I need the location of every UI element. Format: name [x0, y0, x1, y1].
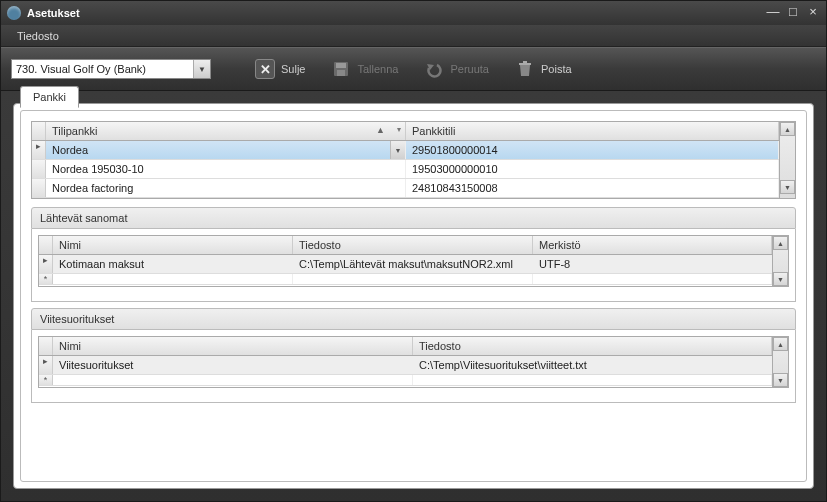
sort-asc-icon: ▲ — [376, 125, 385, 135]
current-row-icon: ▸ — [39, 255, 53, 273]
scroll-down-icon[interactable]: ▼ — [773, 373, 788, 387]
vertical-scrollbar[interactable]: ▲ ▼ — [772, 236, 788, 286]
col-file[interactable]: Tiedosto — [293, 236, 533, 254]
section-outgoing: Lähtevät sanomat — [31, 207, 796, 229]
col-file[interactable]: Tiedosto — [413, 337, 772, 355]
banks-grid: Tilipankki ▲ ▾ Pankkitili ▸ Nordea — [31, 121, 796, 199]
window-title: Asetukset — [27, 7, 766, 19]
scroll-down-icon[interactable]: ▼ — [780, 180, 795, 194]
toolbar: 730. Visual Golf Oy (Bank) ▼ ✕ Sulje Tal… — [1, 47, 826, 91]
cell-charset[interactable]: UTF-8 — [533, 255, 772, 273]
maximize-button[interactable]: □ — [786, 7, 800, 19]
svg-rect-4 — [523, 61, 527, 63]
section-references: Viitesuoritukset — [31, 308, 796, 330]
titlebar: Asetukset — □ × — [1, 1, 826, 25]
save-icon — [331, 59, 351, 79]
app-icon — [7, 6, 21, 20]
cell-account[interactable]: 24810843150008 — [406, 179, 779, 197]
current-row-icon: ▸ — [39, 356, 53, 374]
save-button[interactable]: Tallenna — [325, 55, 404, 83]
cell-name[interactable]: Kotimaan maksut — [53, 255, 293, 273]
section-references-body: Nimi Tiedosto ▸ Viitesuoritukset C:\Temp… — [31, 330, 796, 403]
cell-name[interactable]: Viitesuoritukset — [53, 356, 413, 374]
col-name[interactable]: Nimi — [53, 337, 413, 355]
close-window-button[interactable]: × — [806, 7, 820, 19]
table-row[interactable]: ▸ Kotimaan maksut C:\Temp\Lähtevät maksu… — [39, 255, 772, 274]
col-bank[interactable]: Tilipankki ▲ ▾ — [46, 122, 406, 140]
cancel-button[interactable]: Peruuta — [418, 55, 495, 83]
chevron-down-icon[interactable]: ▼ — [390, 141, 405, 159]
col-charset[interactable]: Merkistö — [533, 236, 772, 254]
content-area: Pankki Tilipankki ▲ ▾ Pankkitili — [1, 91, 826, 501]
entity-select[interactable]: 730. Visual Golf Oy (Bank) ▼ — [11, 59, 211, 79]
undo-icon — [424, 59, 444, 79]
chevron-down-icon[interactable]: ▼ — [193, 60, 210, 78]
table-row[interactable]: ▸ Nordea ▼ 29501800000014 — [32, 141, 779, 160]
entity-select-value: 730. Visual Golf Oy (Bank) — [16, 63, 146, 75]
table-row[interactable]: Nordea factoring 24810843150008 — [32, 179, 779, 198]
col-account[interactable]: Pankkitili — [406, 122, 779, 140]
scroll-up-icon[interactable]: ▲ — [773, 337, 788, 351]
menu-file[interactable]: Tiedosto — [9, 27, 67, 45]
tab-bank[interactable]: Pankki — [20, 86, 79, 108]
panel-inner: Tilipankki ▲ ▾ Pankkitili ▸ Nordea — [20, 110, 807, 482]
vertical-scrollbar[interactable]: ▲ ▼ — [772, 337, 788, 387]
svg-rect-3 — [519, 63, 531, 65]
cell-bank[interactable]: Nordea factoring — [46, 179, 406, 197]
minimize-button[interactable]: — — [766, 7, 780, 19]
col-name[interactable]: Nimi — [53, 236, 293, 254]
settings-window: Asetukset — □ × Tiedosto 730. Visual Gol… — [0, 0, 827, 502]
scroll-up-icon[interactable]: ▲ — [773, 236, 788, 250]
svg-rect-1 — [336, 63, 346, 68]
svg-rect-2 — [337, 70, 345, 76]
new-row-icon: * — [39, 375, 53, 385]
filter-icon[interactable]: ▾ — [397, 125, 401, 134]
close-label: Sulje — [281, 63, 305, 75]
close-button[interactable]: ✕ Sulje — [249, 55, 311, 83]
vertical-scrollbar[interactable]: ▲ ▼ — [779, 122, 795, 198]
current-row-icon: ▸ — [32, 141, 46, 159]
cell-account[interactable]: 19503000000010 — [406, 160, 779, 178]
references-grid: Nimi Tiedosto ▸ Viitesuoritukset C:\Temp… — [38, 336, 789, 388]
scroll-down-icon[interactable]: ▼ — [773, 272, 788, 286]
close-icon: ✕ — [255, 59, 275, 79]
row-indicator-header — [32, 122, 46, 140]
delete-button[interactable]: Poista — [509, 55, 578, 83]
table-row[interactable]: ▸ Viitesuoritukset C:\Temp\Viitesuorituk… — [39, 356, 772, 375]
cell-bank[interactable]: Nordea 195030-10 — [46, 160, 406, 178]
delete-label: Poista — [541, 63, 572, 75]
menubar: Tiedosto — [1, 25, 826, 47]
save-label: Tallenna — [357, 63, 398, 75]
trash-icon — [515, 59, 535, 79]
outgoing-grid: Nimi Tiedosto Merkistö ▸ Kotimaan maksut… — [38, 235, 789, 287]
cell-bank[interactable]: Nordea ▼ — [46, 141, 406, 159]
section-outgoing-body: Nimi Tiedosto Merkistö ▸ Kotimaan maksut… — [31, 229, 796, 302]
new-row[interactable]: * — [39, 375, 772, 386]
main-panel: Pankki Tilipankki ▲ ▾ Pankkitili — [13, 103, 814, 489]
cell-file[interactable]: C:\Temp\Lähtevät maksut\maksutNOR2.xml — [293, 255, 533, 273]
new-row-icon: * — [39, 274, 53, 284]
cell-file[interactable]: C:\Temp\Viitesuoritukset\viitteet.txt — [413, 356, 772, 374]
cancel-label: Peruuta — [450, 63, 489, 75]
table-row[interactable]: Nordea 195030-10 19503000000010 — [32, 160, 779, 179]
cell-account[interactable]: 29501800000014 — [406, 141, 779, 159]
new-row[interactable]: * — [39, 274, 772, 285]
scroll-up-icon[interactable]: ▲ — [780, 122, 795, 136]
